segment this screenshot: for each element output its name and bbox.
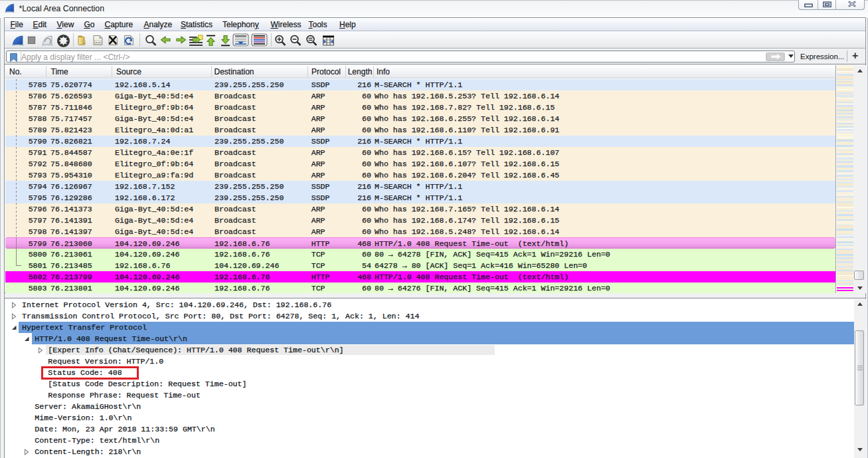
svg-text:010: 010 [96, 41, 101, 44]
